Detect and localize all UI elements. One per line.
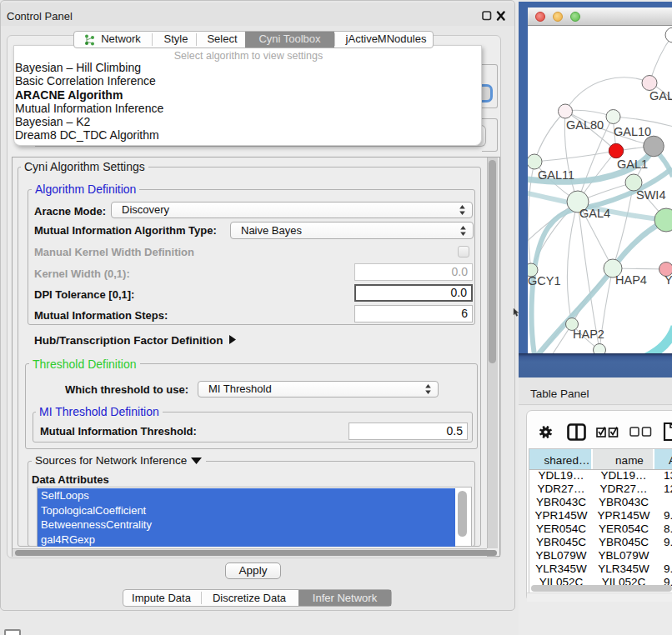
svg-text:HAP4: HAP4	[615, 273, 647, 287]
svg-text:GAL4: GAL4	[579, 207, 610, 220]
svg-text:HAP2: HAP2	[573, 328, 604, 341]
svg-text:GAL: GAL	[649, 89, 672, 102]
svg-text:SWI4: SWI4	[636, 188, 665, 202]
svg-text:GAL10: GAL10	[614, 125, 651, 138]
svg-text:GAL1: GAL1	[617, 158, 648, 171]
svg-text:GCY1: GCY1	[528, 274, 561, 288]
svg-text:GAL80: GAL80	[566, 118, 604, 132]
svg-text:GAL11: GAL11	[538, 168, 574, 182]
svg-text:Y: Y	[664, 273, 672, 287]
